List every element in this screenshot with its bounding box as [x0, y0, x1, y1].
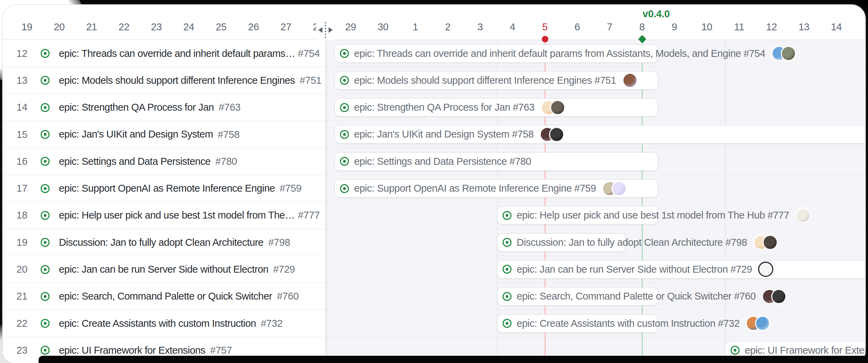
open-issue-icon — [340, 130, 349, 139]
avatar[interactable] — [781, 46, 796, 61]
issue-row-760[interactable]: 21epic: Search, Command Palette or Quick… — [3, 283, 326, 310]
timeline-bar-content[interactable]: epic: Help user pick and use best 1st mo… — [503, 206, 810, 224]
avatar[interactable] — [549, 127, 564, 142]
day-label-8: 8 — [627, 21, 658, 33]
timeline-row-729: epic: Jan can be run Server Side without… — [326, 256, 865, 283]
issue-row-759[interactable]: 17epic: Support OpenAI as Remote Inferen… — [3, 175, 326, 202]
today-marker-dot — [542, 36, 548, 42]
open-issue-icon — [41, 49, 50, 58]
issue-row-780[interactable]: 16epic: Settings and Data Persistence#78… — [3, 148, 326, 175]
timeline-bar-content[interactable]: epic: Create Assistants with custom Inst… — [503, 314, 770, 333]
assignee-avatars — [622, 73, 638, 88]
open-issue-icon — [503, 238, 512, 247]
avatar[interactable] — [622, 73, 638, 88]
row-index: 17 — [3, 175, 28, 202]
timeline-row-751: epic: Models should support different In… — [326, 67, 865, 94]
timeline-bar-content[interactable]: epic: Search, Command Palette or Quick S… — [503, 287, 786, 305]
issue-number: #780 — [215, 148, 237, 175]
issue-row-732[interactable]: 22epic: Create Assistants with custom In… — [3, 310, 326, 337]
timeline-row-759: epic: Support OpenAI as Remote Inference… — [326, 175, 865, 202]
timeline-bar-content[interactable]: epic: Support OpenAI as Remote Inference… — [340, 179, 627, 198]
issue-number: #759 — [280, 175, 301, 202]
timeline-bar-label: epic: Help user pick and use best 1st mo… — [517, 210, 789, 221]
open-issue-icon — [41, 238, 50, 247]
timeline-bar-label: epic: Settings and Data Persistence #780 — [354, 156, 531, 167]
avatar[interactable] — [795, 208, 810, 223]
open-issue-icon — [503, 211, 512, 220]
day-label-13: 13 — [788, 21, 819, 33]
timeline-bar-content[interactable]: epic: Settings and Data Persistence #780 — [340, 152, 531, 171]
timeline-bar-content[interactable]: epic: Models should support different In… — [340, 71, 638, 90]
timeline-bar-label: epic: Jan can be run Server Side without… — [517, 264, 752, 275]
day-label-30: 30 — [368, 21, 399, 33]
day-label-20: 20 — [44, 21, 75, 33]
avatar[interactable] — [550, 100, 565, 115]
row-index: 12 — [3, 40, 28, 67]
issue-title[interactable]: epic: Strengthen QA Process for Jan — [59, 94, 214, 121]
row-index: 18 — [3, 202, 28, 229]
timeline-bar-content[interactable]: epic: Threads can override and inherit d… — [340, 44, 796, 63]
timeline-bar-content[interactable]: epic: Jan can be run Server Side without… — [503, 260, 773, 279]
issue-title[interactable]: epic: Settings and Data Persistence — [59, 148, 210, 175]
timeline-bar-content[interactable]: epic: Strengthen QA Process for Jan #763 — [340, 98, 565, 117]
timeline-panel: epic: Threads can override and inherit d… — [326, 40, 865, 363]
issue-title[interactable]: epic: Threads can override and inherit d… — [59, 40, 296, 67]
row-index: 22 — [3, 310, 28, 337]
timeline-bar-label: epic: Strengthen QA Process for Jan #763 — [354, 102, 535, 113]
day-label-1: 1 — [400, 21, 431, 33]
issue-row-777[interactable]: 18epic: Help user pick and use best 1st … — [3, 202, 326, 229]
issue-number: #758 — [218, 121, 239, 148]
issue-title[interactable]: epic: Models should support different In… — [59, 67, 295, 94]
timeline-row-780: epic: Settings and Data Persistence #780 — [326, 148, 865, 175]
open-issue-icon — [41, 292, 50, 301]
issue-title[interactable]: epic: Jan's UIKit and Design System — [59, 121, 213, 148]
day-label-29: 29 — [335, 21, 366, 33]
issue-row-763[interactable]: 14epic: Strengthen QA Process for Jan#76… — [3, 94, 326, 121]
open-issue-icon — [41, 76, 50, 85]
issue-number: #732 — [261, 310, 282, 337]
row-index: 19 — [3, 229, 28, 256]
open-issue-icon — [41, 103, 50, 112]
day-label-7: 7 — [594, 21, 625, 33]
day-label-22: 22 — [108, 21, 140, 33]
avatar[interactable] — [763, 235, 778, 250]
issue-row-798[interactable]: 19Discussion: Jan to fully adopt Clean A… — [3, 229, 326, 256]
row-index: 15 — [3, 121, 28, 148]
timeline-bar-content[interactable]: epic: Jan's UIKit and Design System #758 — [340, 125, 564, 143]
day-label-14: 14 — [821, 21, 852, 33]
issue-number: #751 — [300, 67, 321, 94]
issue-row-729[interactable]: 20epic: Jan can be run Server Side witho… — [3, 256, 326, 283]
issue-title[interactable]: epic: Help user pick and use best 1st mo… — [59, 202, 296, 229]
panel-resize-handle-icon[interactable] — [316, 20, 335, 40]
timeline-bar-label: epic: Create Assistants with custom Inst… — [517, 318, 740, 329]
avatar[interactable] — [611, 181, 627, 196]
issue-title[interactable]: epic: Create Assistants with custom Inst… — [59, 310, 256, 337]
issue-row-751[interactable]: 13epic: Models should support different … — [3, 67, 326, 94]
timeline-row-754: epic: Threads can override and inherit d… — [326, 40, 865, 67]
assignee-avatars — [746, 316, 770, 331]
day-label-27: 27 — [270, 21, 301, 33]
timeline-bar-content[interactable]: Discussion: Jan to fully adopt Clean Arc… — [503, 233, 778, 252]
issue-row-754[interactable]: 12epic: Threads can override and inherit… — [3, 40, 326, 67]
issue-title[interactable]: Discussion: Jan to fully adopt Clean Arc… — [59, 229, 264, 256]
timeline-bar-label: epic: UI Framework for Extensions #757 — [745, 345, 865, 356]
open-issue-icon — [503, 319, 512, 328]
assignee-avatars — [762, 289, 786, 304]
day-label-23: 23 — [141, 21, 172, 33]
avatar[interactable] — [758, 262, 773, 277]
avatar[interactable] — [771, 289, 786, 304]
issue-row-758[interactable]: 15epic: Jan's UIKit and Design System#75… — [3, 121, 326, 148]
open-issue-icon — [340, 76, 349, 85]
issue-title[interactable]: epic: Search, Command Palette or Quick S… — [59, 283, 272, 310]
issue-number: #763 — [219, 94, 240, 121]
arrow-right-icon — [329, 27, 333, 33]
issue-number: #798 — [268, 229, 290, 256]
issue-title[interactable]: epic: Support OpenAI as Remote Inference… — [59, 175, 275, 202]
avatar[interactable] — [755, 316, 770, 331]
timeline-bar-label: epic: Threads can override and inherit d… — [354, 48, 765, 59]
milestone-version-label[interactable]: v0.4.0 — [643, 8, 670, 20]
open-issue-icon — [731, 346, 740, 355]
day-label-10: 10 — [691, 21, 722, 33]
issue-title[interactable]: epic: Jan can be run Server Side without… — [59, 256, 268, 283]
row-index: 20 — [3, 256, 28, 283]
